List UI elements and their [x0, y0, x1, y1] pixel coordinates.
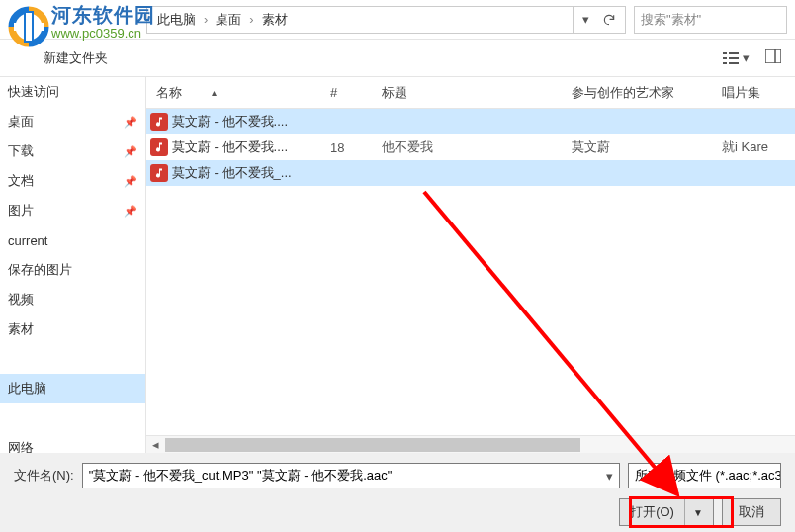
music-file-icon	[146, 164, 172, 182]
scrollbar-thumb[interactable]	[165, 438, 580, 452]
refresh-icon[interactable]	[597, 7, 621, 33]
breadcrumb[interactable]: 此电脑 › 桌面 › 素材 ▾	[146, 6, 626, 34]
filter-value: 所有音频文件 (*.aac;*.ac3;	[635, 467, 781, 485]
dialog-bottom: 文件名(N): "莫文蔚 - 他不爱我_cut.MP3" "莫文蔚 - 他不爱我…	[0, 453, 795, 532]
view-mode-button[interactable]: ▾	[723, 50, 750, 65]
music-file-icon	[146, 113, 172, 131]
column-headers: 名称▴ # 标题 参与创作的艺术家 唱片集	[146, 77, 795, 109]
watermark-logo	[8, 6, 49, 47]
pin-icon: 📌	[124, 175, 137, 188]
sidebar-item-quick-access[interactable]: 快速访问	[0, 77, 145, 107]
sort-asc-icon: ▴	[212, 87, 217, 98]
new-folder-button[interactable]: 新建文件夹	[44, 49, 108, 67]
pin-icon: 📌	[124, 145, 137, 158]
sidebar-item-documents[interactable]: 文档📌	[0, 166, 145, 196]
scroll-left-icon[interactable]: ◂	[146, 437, 164, 452]
svg-rect-1	[14, 23, 44, 31]
open-button[interactable]: 打开(O) ▼	[619, 498, 714, 526]
column-artist[interactable]: 参与创作的艺术家	[572, 84, 722, 102]
chevron-down-icon: ▾	[743, 50, 750, 65]
sidebar: 快速访问 桌面📌 下载📌 文档📌 图片📌 current 保存的图片 视频 素材…	[0, 77, 146, 453]
search-input[interactable]: 搜索"素材"	[634, 6, 787, 34]
svg-rect-5	[723, 57, 727, 59]
column-title[interactable]: 标题	[382, 84, 572, 102]
sidebar-item-pictures[interactable]: 图片📌	[0, 196, 145, 225]
file-artist: 莫文蔚	[572, 138, 722, 156]
file-name: 莫文蔚 - 他不爱我_...	[172, 164, 330, 182]
filename-value: "莫文蔚 - 他不爱我_cut.MP3" "莫文蔚 - 他不爱我.aac"	[89, 467, 393, 485]
sidebar-item-current[interactable]: current	[0, 225, 145, 255]
chevron-down-icon[interactable]: ▾	[606, 469, 613, 484]
breadcrumb-segment[interactable]: 素材	[256, 11, 294, 29]
sidebar-item-downloads[interactable]: 下载📌	[0, 136, 145, 166]
column-name[interactable]: 名称▴	[146, 84, 330, 102]
watermark-url: www.pc0359.cn	[51, 26, 141, 41]
file-track-num: 18	[330, 140, 382, 155]
file-row[interactable]: 莫文蔚 - 他不爱我_...	[146, 160, 795, 186]
file-row[interactable]: 莫文蔚 - 他不爱我.... 18 他不爱我 莫文蔚 就i Kare	[146, 134, 795, 160]
svg-rect-4	[729, 52, 739, 54]
column-number[interactable]: #	[330, 85, 382, 100]
breadcrumb-segment[interactable]: 此电脑	[151, 11, 202, 29]
file-type-filter[interactable]: 所有音频文件 (*.aac;*.ac3;	[628, 463, 781, 488]
sidebar-item-videos[interactable]: 视频	[0, 285, 145, 314]
pin-icon: 📌	[124, 205, 137, 218]
sidebar-item-saved-pictures[interactable]: 保存的图片	[0, 255, 145, 285]
file-name: 莫文蔚 - 他不爱我....	[172, 138, 330, 156]
svg-rect-8	[729, 62, 739, 64]
filename-input[interactable]: "莫文蔚 - 他不爱我_cut.MP3" "莫文蔚 - 他不爱我.aac" ▾	[82, 463, 620, 488]
svg-rect-7	[723, 62, 727, 64]
file-list-area: 名称▴ # 标题 参与创作的艺术家 唱片集 莫文蔚 - 他不爱我.... 莫文蔚…	[146, 77, 795, 453]
search-placeholder: 搜索"素材"	[641, 11, 701, 29]
file-rows: 莫文蔚 - 他不爱我.... 莫文蔚 - 他不爱我.... 18 他不爱我 莫文…	[146, 109, 795, 435]
breadcrumb-dropdown-icon[interactable]: ▾	[574, 7, 597, 33]
file-title: 他不爱我	[382, 138, 572, 156]
file-row[interactable]: 莫文蔚 - 他不爱我....	[146, 109, 795, 134]
preview-pane-button[interactable]	[765, 49, 781, 66]
svg-rect-6	[729, 57, 739, 59]
music-file-icon	[146, 138, 172, 156]
sidebar-item-this-pc[interactable]: 此电脑	[0, 374, 145, 403]
cancel-button[interactable]: 取消	[722, 498, 781, 526]
pin-icon: 📌	[124, 116, 137, 129]
file-album: 就i Kare	[722, 138, 795, 156]
chevron-down-icon[interactable]: ▼	[684, 499, 703, 525]
chevron-right-icon[interactable]: ›	[202, 12, 210, 27]
sidebar-spacer	[0, 344, 145, 374]
toolbar: 新建文件夹 ▾	[0, 40, 795, 77]
sidebar-item-material[interactable]: 素材	[0, 314, 145, 344]
column-album[interactable]: 唱片集	[722, 84, 795, 102]
main-area: 快速访问 桌面📌 下载📌 文档📌 图片📌 current 保存的图片 视频 素材…	[0, 77, 795, 453]
filename-label: 文件名(N):	[14, 467, 74, 485]
sidebar-spacer	[0, 403, 145, 433]
watermark-title: 河东软件园	[51, 2, 155, 29]
file-name: 莫文蔚 - 他不爱我....	[172, 113, 330, 131]
chevron-right-icon[interactable]: ›	[247, 12, 255, 27]
sidebar-item-desktop[interactable]: 桌面📌	[0, 107, 145, 136]
breadcrumb-segment[interactable]: 桌面	[210, 11, 247, 29]
svg-rect-9	[765, 49, 781, 63]
horizontal-scrollbar[interactable]: ◂	[146, 435, 795, 453]
svg-rect-3	[723, 52, 727, 54]
sidebar-item-network[interactable]: 网络	[0, 433, 145, 453]
